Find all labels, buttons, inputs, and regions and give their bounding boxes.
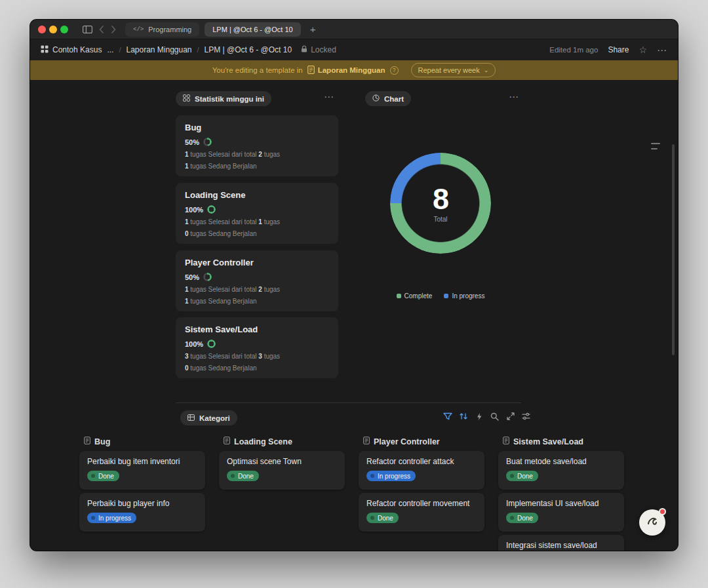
board-column-title[interactable]: Sistem Save/Load (503, 437, 583, 446)
outline-indicator[interactable] (651, 143, 660, 144)
stat-card-title: Player Controller (185, 258, 329, 267)
tab-programming[interactable]: </> Programming (125, 22, 199, 37)
progress-ring-icon (207, 340, 216, 348)
status-badge: Done (87, 471, 119, 481)
share-button[interactable]: Share (608, 45, 629, 54)
stat-percent: 100% (185, 206, 203, 214)
donut-total-value: 8 (433, 184, 448, 214)
code-icon: </> (133, 26, 144, 33)
chart-legend: Complete In progress (358, 292, 523, 300)
stat-card[interactable]: Player Controller 50% 1 tugas Selesai da… (176, 250, 338, 311)
stat-done-line: 3 tugas Selesai dari total 3 tugas (185, 353, 329, 360)
breadcrumb-separator: / (119, 46, 121, 54)
breadcrumb-separator: / (197, 46, 199, 54)
board-card[interactable]: Refactor controller attack In progress (359, 451, 484, 490)
board-card[interactable]: Optimasi scene Town Done (219, 451, 345, 490)
lock-icon (301, 45, 307, 55)
minimize-window-button[interactable] (49, 26, 57, 33)
banner-text: You're editing a template in (212, 66, 303, 74)
status-badge: Done (366, 513, 399, 523)
legend-item-complete: Complete (397, 292, 433, 300)
page-more-button[interactable]: ⋯ (657, 45, 667, 55)
tab-label: LPM | @Oct 6 - @Oct 10 (212, 26, 292, 33)
progress-ring-icon (203, 273, 212, 281)
donut-total-label: Total (433, 216, 447, 223)
board-column-title[interactable]: Player Controller (363, 437, 440, 446)
template-banner: You're editing a template in Laporan Min… (30, 60, 678, 80)
tab-label: Programming (148, 26, 191, 33)
locked-toggle[interactable]: Locked (301, 45, 336, 55)
section-divider (176, 402, 521, 403)
traffic-lights (38, 26, 68, 33)
stat-progress-line: 0 tugas Sedang Berjalan (185, 230, 329, 237)
settings-sliders-icon[interactable] (521, 412, 531, 421)
help-question-icon[interactable]: ? (390, 66, 399, 75)
view-tab-statistik[interactable]: Statistik minggu ini (176, 91, 271, 106)
expand-icon[interactable] (505, 412, 515, 421)
chevron-down-icon: ⌄ (484, 68, 489, 73)
workspace-grid-icon (41, 45, 49, 55)
tab-lpm-active[interactable]: LPM | @Oct 6 - @Oct 10 (205, 22, 300, 37)
table-view-icon (187, 414, 195, 422)
chart-view-icon (372, 94, 380, 103)
repeat-every-week-button[interactable]: Repeat every week ⌄ (411, 63, 496, 77)
legend-swatch-in-progress (444, 294, 448, 298)
favorite-star-icon[interactable]: ☆ (639, 45, 647, 54)
zoom-window-button[interactable] (60, 26, 68, 33)
sidebar-toggle-icon[interactable] (83, 26, 92, 33)
notion-face-icon (645, 514, 659, 531)
board-column-title[interactable]: Bug (84, 437, 110, 446)
page-icon (503, 437, 509, 446)
view-tab-kategori[interactable]: Kategori (180, 410, 237, 425)
page-icon (363, 437, 370, 446)
breadcrumb-collapsed[interactable]: ... (107, 45, 113, 54)
progress-ring-icon (207, 205, 216, 214)
close-window-button[interactable] (38, 26, 46, 33)
breadcrumb: Contoh Kasus ... / Laporan Mingguan / LP… (41, 45, 336, 55)
collection-toolbar (442, 412, 531, 421)
stat-percent: 50% (185, 273, 199, 281)
stats-more-button[interactable]: ⋯ (324, 92, 334, 102)
sort-icon[interactable] (458, 412, 468, 421)
back-icon[interactable] (99, 26, 104, 33)
help-button[interactable] (639, 509, 665, 536)
breadcrumb-page[interactable]: LPM | @Oct 6 - @Oct 10 (205, 45, 292, 54)
new-tab-button[interactable]: + (310, 24, 316, 34)
progress-ring-icon (203, 138, 212, 146)
notification-dot (659, 508, 666, 515)
view-tab-chart[interactable]: Chart (365, 91, 411, 106)
board-card[interactable]: Integrasi sistem save/load (498, 535, 624, 551)
legend-item-in-progress: In progress (444, 292, 484, 300)
board-column-title[interactable]: Loading Scene (224, 437, 292, 446)
page-content: Statistik minggu ini ⋯ Bug 50% 1 tugas S… (30, 80, 678, 551)
stat-card-title: Bug (185, 123, 329, 132)
automation-lightning-icon[interactable] (474, 412, 484, 421)
chart-more-button[interactable]: ⋯ (509, 92, 519, 102)
top-bar: Contoh Kasus ... / Laporan Mingguan / LP… (30, 39, 678, 60)
template-link[interactable]: Laporan Mingguan (307, 66, 385, 75)
topbar-actions: Edited 1m ago Share ☆ ⋯ (549, 45, 667, 55)
stat-card[interactable]: Bug 50% 1 tugas Selesai dari total 2 tug… (176, 115, 338, 176)
filter-icon[interactable] (442, 412, 452, 421)
stat-percent: 100% (185, 340, 203, 348)
stat-card[interactable]: Loading Scene 100% 1 tugas Selesai dari … (176, 183, 338, 244)
search-icon[interactable] (490, 412, 500, 421)
stat-card-title: Sistem Save/Load (185, 324, 329, 334)
status-badge: Done (506, 471, 538, 481)
board-card[interactable]: Buat metode save/load Done (498, 451, 624, 490)
forward-icon[interactable] (111, 26, 116, 33)
board-card[interactable]: Perbaiki bug player info In progress (79, 493, 205, 532)
breadcrumb-parent[interactable]: Laporan Mingguan (126, 45, 191, 54)
stats-view-icon (183, 94, 190, 103)
donut-chart: 8 Total (390, 153, 491, 254)
stat-card-title: Loading Scene (185, 190, 329, 200)
stat-progress-line: 0 tugas Sedang Berjalan (185, 364, 329, 372)
board-card[interactable]: Implementasi UI save/load Done (498, 493, 624, 532)
board-card[interactable]: Perbaiki bug item inventori Done (79, 451, 205, 490)
status-badge: Done (227, 471, 259, 481)
vertical-scrollbar[interactable] (672, 144, 675, 355)
outline-indicator[interactable] (651, 148, 658, 149)
stat-card[interactable]: Sistem Save/Load 100% 3 tugas Selesai da… (176, 317, 338, 378)
breadcrumb-workspace[interactable]: Contoh Kasus (41, 45, 102, 55)
board-card[interactable]: Refactor controller movement Done (359, 493, 484, 532)
